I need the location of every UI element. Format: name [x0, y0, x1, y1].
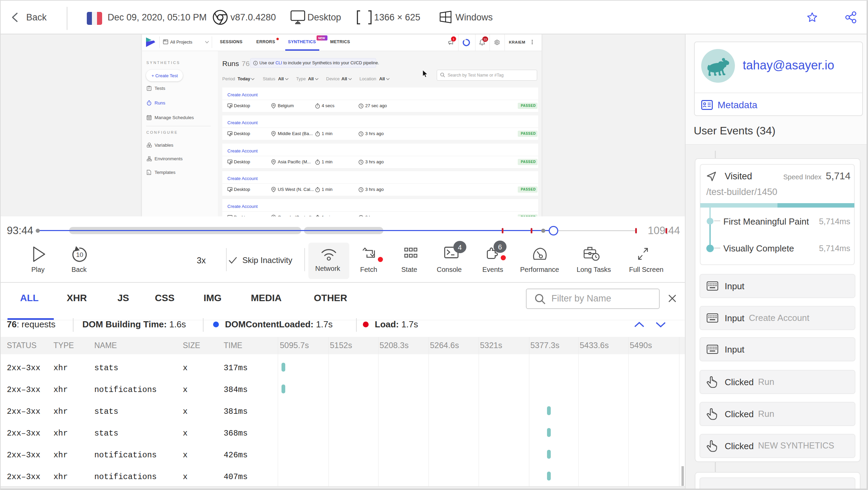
svg-text:10: 10 — [76, 251, 83, 258]
